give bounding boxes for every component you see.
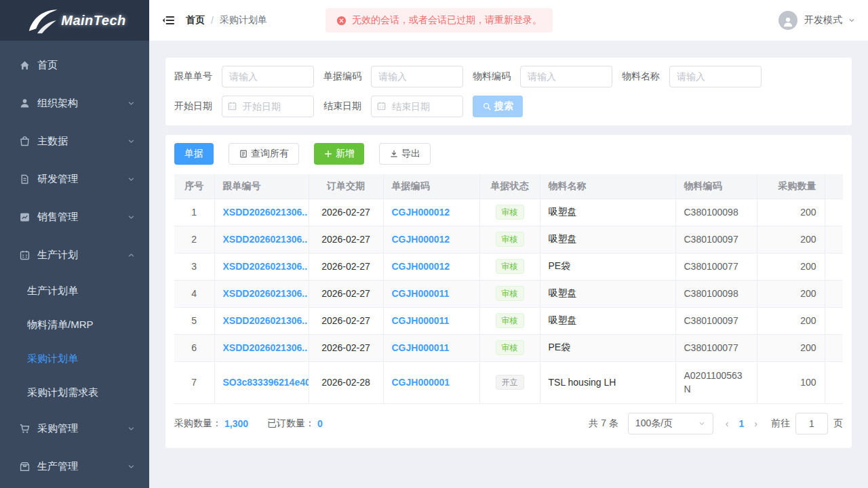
cell-seq: 2 [174,226,214,253]
breadcrumb-separator: / [211,15,214,26]
sidebar-item-org-structure[interactable]: 组织架构 [0,84,149,122]
sidebar-item-purchase-management[interactable]: 采购管理 [0,409,149,447]
sidebar-item-purchase-management-label: 采购管理 [37,422,78,435]
download-icon [389,149,399,159]
sidebar-subitem-production-plan-order-label: 生产计划单 [27,285,78,298]
order-no-link[interactable]: SO3c833396214e40 [223,377,309,388]
order-no-link[interactable]: XSDD2026021306.. [223,234,308,245]
chevron-down-icon [127,462,136,471]
cell-qty: 200 [757,280,825,307]
pagination-total: 共 7 条 [589,418,618,430]
material-name-input[interactable] [669,66,762,87]
cell-code: C380100098 [675,199,757,226]
avatar[interactable] [778,11,797,30]
sidebar-item-rd-management[interactable]: 研发管理 [0,160,149,198]
material-code-input[interactable] [520,66,612,87]
start-date-input[interactable] [222,96,314,117]
search-button-label: 搜索 [494,100,513,113]
order-no-link[interactable]: XSDD2026021306.. [223,315,308,326]
sidebar-subitem-bom-mrp-label: 物料清单/MRP [27,319,94,331]
cell-qty: 200 [757,199,825,226]
goto-page-input[interactable] [795,413,828,434]
doc-no-link[interactable]: CGJH000011 [392,315,450,326]
sidebar-subitem-purchase-plan-demand[interactable]: 采购计划需求表 [0,375,149,409]
cell-status: 审核 [479,253,540,280]
doc-code-field: 单据编码 [323,66,473,87]
add-label: 新增 [336,148,355,160]
alert-message: 无效的会话，或者会话已过期，请重新登录。 [352,14,542,26]
cell-material: TSL housing LH [540,361,675,403]
doc-no-link[interactable]: CGJH000011 [392,342,450,353]
cell-qty: 200 [757,226,825,253]
order-no-link[interactable]: XSDD2026021306.. [223,207,308,218]
search-icon [482,102,492,111]
sidebar-subitem-purchase-plan-order[interactable]: 采购计划单 [0,342,149,375]
table-panel: 单据 查询所有 新增 导出 [165,135,852,448]
order-no-link[interactable]: XSDD2026021306.. [223,342,308,353]
query-all-button[interactable]: 查询所有 [229,143,299,165]
sidebar-item-production-plan[interactable]: 生产计划 [0,236,149,274]
pagination: 共 7 条 100条/页 ‹ 1 › 前往 页 [589,413,843,434]
doc-no-link[interactable]: CGJH000012 [392,261,450,272]
table-row: 4XSDD2026021306..2026-02-27CGJH000011审核吸… [174,280,843,307]
chevron-down-icon [127,137,136,146]
sidebar-item-production-management[interactable]: 生产管理 [0,447,149,485]
app-root: MainTech 首页组织架构主数据研发管理销售管理生产计划生产计划单物料清单/… [0,0,868,488]
logo-swoosh-icon [23,5,61,36]
sidebar-item-home[interactable]: 首页 [0,46,149,84]
start-date-label: 开始日期 [174,100,212,113]
doc-no-link[interactable]: CGJH000012 [392,207,450,218]
sidebar-item-org-structure-label: 组织架构 [37,97,78,110]
sidebar-item-sales-management-label: 销售管理 [37,211,78,224]
order-no-link[interactable]: XSDD2026021306.. [223,288,308,299]
add-button[interactable]: 新增 [314,143,364,165]
cell-delivery: 2026-02-27 [309,307,383,334]
end-date-input[interactable] [371,96,463,117]
start-date-field: 开始日期 [174,96,323,117]
page-size-select[interactable]: 100条/页 [628,413,713,434]
cell-code: C380100097 [675,226,757,253]
search-button[interactable]: 搜索 [473,96,523,117]
track-no-input[interactable] [222,66,314,87]
cell-seq: 3 [174,253,214,280]
current-page[interactable]: 1 [733,418,751,429]
doc-no-link[interactable]: CGJH000001 [392,377,450,388]
export-button[interactable]: 导出 [379,143,431,165]
cell-seq: 1 [174,199,214,226]
prev-page-button[interactable]: ‹ [722,418,733,429]
sidebar-item-rd-management-label: 研发管理 [37,173,78,186]
sidebar-item-home-label: 首页 [37,59,58,72]
main-area: 首页 / 采购计划单 无效的会话，或者会话已过期，请重新登录。 开发模式 跟单单… [149,0,868,488]
next-page-button[interactable]: › [750,418,762,429]
material-name-control [669,66,762,87]
doc-no-link[interactable]: CGJH000012 [392,234,450,245]
cell-code: C380100077 [675,334,757,361]
document-button[interactable]: 单据 [174,143,214,165]
start-date-control [222,96,314,117]
cell-material: 吸塑盘 [540,280,675,307]
user-menu[interactable]: 开发模式 [778,11,856,30]
doc-no-link[interactable]: CGJH000011 [392,288,450,299]
ordered-qty-summary: 已订数量： 0 [267,418,323,430]
doc-code-input[interactable] [371,66,463,87]
table-row: 3XSDD2026021306..2026-02-27CGJH000012审核P… [174,253,843,280]
breadcrumb-home[interactable]: 首页 [186,14,205,26]
sidebar-item-sales-management[interactable]: 销售管理 [0,198,149,236]
material-code-field: 物料编码 [473,66,622,87]
column-header-1: 序号 [174,174,214,199]
cell-delivery: 2026-02-27 [309,280,383,307]
order-no-link[interactable]: XSDD2026021306.. [223,261,308,272]
filter-row-2-fields: 开始日期结束日期 [174,96,473,117]
doc-code-label: 单据编码 [323,70,361,83]
sidebar-subitem-purchase-plan-order-label: 采购计划单 [27,352,78,365]
sidebar-item-master-data[interactable]: 主数据 [0,122,149,160]
status-badge: 审核 [496,313,524,328]
sidebar-subitem-bom-mrp[interactable]: 物料清单/MRP [0,308,149,342]
cell-material: 吸塑盘 [540,307,675,334]
sidebar-subitem-production-plan-order[interactable]: 生产计划单 [0,274,149,308]
sidebar-fold-icon[interactable] [161,14,175,27]
filter-row-1-fields: 跟单单号单据编码物料编码物料名称 [174,66,771,87]
chevron-down-icon [848,16,856,24]
status-badge: 审核 [496,205,524,220]
cell-doc-no: CGJH000011 [383,280,479,307]
